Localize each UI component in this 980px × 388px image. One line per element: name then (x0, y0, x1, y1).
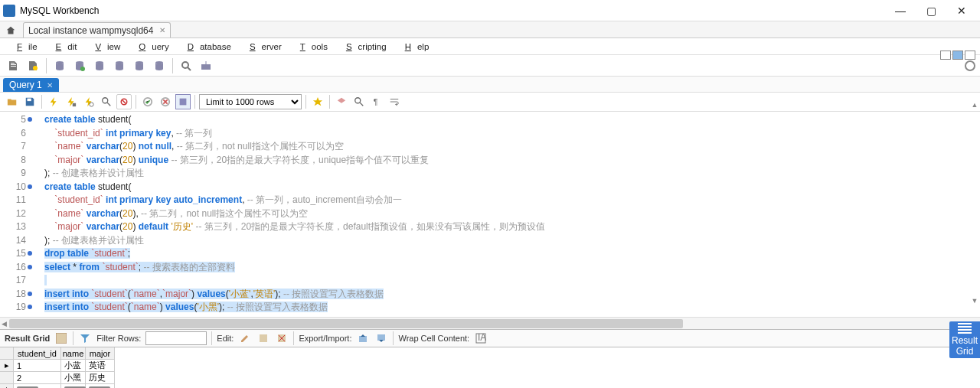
wrap-cell-label: Wrap Cell Content: (398, 334, 469, 343)
result-grid-side-tab[interactable]: Result Grid (949, 321, 980, 358)
close-icon[interactable]: ✕ (47, 81, 53, 90)
open-file-icon[interactable] (5, 94, 20, 109)
home-icon[interactable] (3, 24, 18, 37)
sql-editor[interactable]: 5678910111213141516171819 create table s… (0, 112, 980, 317)
wrap-cell-icon[interactable]: IA (474, 331, 488, 345)
db-refresh-icon[interactable] (111, 57, 128, 74)
panel-toggle-group (940, 51, 975, 60)
filter-rows-label: Filter Rows: (96, 334, 141, 343)
svg-point-8 (182, 62, 188, 68)
db-edit-icon[interactable] (91, 57, 108, 74)
db-cylinder-icon[interactable] (51, 57, 68, 74)
delete-row-icon[interactable] (275, 331, 289, 345)
search-db-icon[interactable] (178, 57, 194, 74)
explain-icon[interactable] (81, 94, 96, 109)
connection-tab[interactable]: Local instance wampmysqld64 ✕ (23, 22, 171, 37)
panel-left-toggle[interactable] (940, 51, 951, 60)
result-toolbar: Result Grid Filter Rows: Edit: Export/Im… (0, 329, 980, 347)
settings-icon[interactable] (965, 60, 975, 71)
scroll-up-icon[interactable]: ▲ (969, 99, 980, 110)
menu-edit[interactable]: Edit (44, 42, 83, 51)
menu-file[interactable]: File (5, 42, 44, 51)
maximize-button[interactable]: ▢ (916, 1, 946, 21)
svg-rect-17 (180, 99, 187, 106)
horizontal-scrollbar[interactable]: ◀ ▶ (0, 317, 980, 329)
wrap-icon[interactable] (387, 94, 402, 109)
query-tabstrip: Query 1 ✕ (0, 77, 980, 92)
col-header[interactable]: major (86, 347, 115, 360)
result-grid-icon[interactable] (54, 331, 68, 345)
db-tool-icon[interactable] (131, 57, 148, 74)
menu-database[interactable]: Database (175, 42, 237, 51)
open-sql-icon[interactable] (24, 57, 41, 74)
menu-view[interactable]: View (83, 42, 126, 51)
svg-rect-23 (359, 336, 367, 342)
db-add-icon[interactable] (71, 57, 88, 74)
edit-row-icon[interactable] (238, 331, 252, 345)
window-title: MySQL Workbench (20, 5, 885, 16)
col-header[interactable]: student_id (14, 347, 61, 360)
svg-point-12 (90, 103, 93, 106)
query-tab[interactable]: Query 1 ✕ (3, 78, 59, 92)
svg-point-13 (103, 98, 108, 103)
star-icon[interactable] (310, 94, 325, 109)
svg-point-5 (116, 61, 123, 64)
add-row-icon[interactable] (256, 331, 270, 345)
svg-point-18 (355, 98, 361, 103)
close-button[interactable]: ✕ (946, 1, 977, 21)
code-content[interactable]: create table student( `student_id` int p… (44, 112, 980, 317)
commit-icon[interactable] (140, 94, 155, 109)
limit-rows-select[interactable]: Limit to 1000 rows (199, 94, 302, 109)
grid-header: student_id name major (0, 347, 115, 360)
col-header[interactable]: name (61, 347, 86, 360)
svg-rect-20 (56, 333, 67, 344)
table-row[interactable]: *NULLNULLNULL (0, 384, 115, 388)
filter-rows-input[interactable] (145, 331, 207, 345)
save-icon[interactable] (22, 94, 38, 109)
panel-right-toggle[interactable] (965, 51, 975, 60)
menu-tools[interactable]: Tools (288, 42, 334, 51)
autocommit-toggle-icon[interactable] (175, 94, 191, 109)
svg-point-4 (96, 61, 103, 64)
menu-server[interactable]: Server (237, 42, 288, 51)
find-icon[interactable] (351, 94, 367, 109)
menu-help[interactable]: Help (393, 42, 436, 51)
menu-scripting[interactable]: Scripting (334, 42, 393, 51)
connection-tab-label: Local instance wampmysqld64 (28, 25, 153, 36)
stop-icon[interactable] (116, 94, 132, 109)
grid-icon (958, 323, 972, 335)
menu-query[interactable]: Query (126, 42, 175, 51)
new-sql-icon[interactable] (5, 57, 21, 74)
svg-rect-11 (73, 103, 76, 106)
query-tab-label: Query 1 (9, 80, 42, 90)
beautify-icon[interactable] (334, 94, 349, 109)
close-icon[interactable]: ✕ (159, 26, 165, 34)
execute-icon[interactable] (46, 94, 61, 109)
export-icon[interactable] (356, 331, 370, 345)
rollback-icon[interactable] (158, 94, 173, 109)
svg-text:¶: ¶ (374, 97, 378, 106)
dashboard-icon[interactable] (198, 57, 214, 74)
menubar: FileEditViewQueryDatabaseServerToolsScri… (0, 38, 980, 55)
panel-bottom-toggle[interactable] (952, 51, 963, 60)
app-logo-icon (3, 5, 15, 17)
connection-tabstrip: Local instance wampmysqld64 ✕ (0, 21, 980, 38)
db-server-icon[interactable] (151, 57, 168, 74)
filter-icon[interactable] (78, 331, 92, 345)
result-grid-label: Result Grid (5, 334, 50, 343)
svg-rect-24 (377, 334, 385, 341)
result-grid[interactable]: student_id name major ▸1小蓝英语2小黑历史*NULLNU… (0, 347, 980, 388)
table-row[interactable]: 2小黑历史 (0, 372, 115, 384)
svg-rect-21 (260, 334, 267, 342)
scrollbar-thumb[interactable] (9, 319, 683, 328)
scroll-down-icon[interactable]: ▼ (969, 295, 980, 306)
table-row[interactable]: ▸1小蓝英语 (0, 360, 115, 372)
svg-text:IA: IA (478, 333, 486, 343)
execute-current-icon[interactable] (64, 94, 79, 109)
invisible-chars-icon[interactable]: ¶ (369, 94, 384, 109)
search-icon[interactable] (99, 94, 114, 109)
import-icon[interactable] (374, 331, 388, 345)
svg-point-3 (80, 67, 85, 71)
line-gutter: 5678910111213141516171819 (0, 112, 34, 317)
minimize-button[interactable]: — (885, 1, 916, 21)
